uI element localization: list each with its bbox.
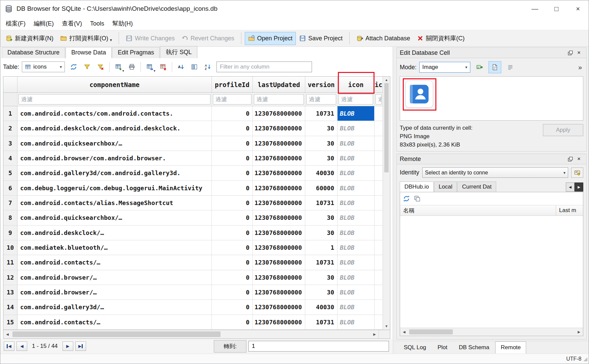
remote-horizontal-scrollbar[interactable]: ◀ ▶ (400, 328, 583, 336)
row-number[interactable]: 4 (3, 151, 17, 165)
minimize-button[interactable]: — (524, 0, 546, 17)
refresh-icon[interactable] (403, 195, 410, 202)
tab-scroll-right-icon[interactable]: ▶ (575, 183, 583, 192)
identity-select[interactable]: Select an identity to conne ▾ (422, 167, 568, 178)
cell-profileId[interactable]: 0 (212, 226, 253, 240)
apply-button[interactable]: Apply (543, 124, 583, 136)
dock-tab-plot[interactable]: Plot (432, 341, 453, 354)
toolbar-button-5[interactable]: Save Project (296, 32, 346, 45)
row-number[interactable]: 11 (3, 255, 17, 270)
more-tools-icon[interactable]: » (577, 64, 583, 71)
remote-scroll-thumb[interactable] (409, 329, 453, 334)
filter-input-icon[interactable]: 過濾 (339, 94, 373, 105)
column-header-profileId[interactable]: profileId (212, 77, 253, 93)
cell-lastUpdated[interactable]: 1230768000000 (253, 240, 305, 255)
vertical-scroll-track[interactable] (383, 82, 390, 324)
cell-componentName[interactable]: com.android.deskclock/… (17, 226, 212, 240)
close-panel-icon[interactable]: × (575, 155, 583, 163)
filter-any-column-input[interactable] (217, 62, 312, 72)
cell-version[interactable]: 30 (305, 226, 338, 240)
cell-clipped[interactable] (375, 166, 383, 180)
cell-componentName[interactable]: com.android.browser/… (17, 285, 212, 299)
cell-icon-blob[interactable]: BLOB (338, 106, 375, 121)
export-table-button[interactable]: ▾ (144, 61, 156, 73)
cell-clipped[interactable] (375, 106, 383, 121)
chevron-down-icon[interactable]: ▾ (110, 38, 112, 42)
goto-button[interactable]: 轉到: (214, 340, 246, 353)
new-record-button[interactable]: ▾ (112, 61, 124, 73)
close-button[interactable]: × (567, 0, 589, 17)
sort-asc-button[interactable]: A (175, 61, 187, 73)
cell-componentName[interactable]: com.android.gallery3d/… (17, 300, 212, 314)
cell-clipped[interactable] (375, 121, 383, 135)
row-number[interactable]: 10 (3, 240, 17, 255)
filter-button[interactable] (81, 61, 93, 73)
cell-icon-blob[interactable]: BLOB (338, 181, 375, 195)
cell-profileId[interactable]: 0 (212, 300, 253, 314)
cell-profileId[interactable]: 0 (212, 196, 253, 210)
word-wrap-button[interactable] (504, 61, 517, 73)
cell-lastUpdated[interactable]: 1230768000000 (253, 255, 305, 270)
filter-input-componentName[interactable]: 過濾 (18, 94, 210, 105)
tab-執行-sql[interactable]: 執行 SQL (160, 46, 197, 58)
tab-scroll-left-icon[interactable]: ◀ (566, 183, 575, 192)
import-certificate-button[interactable] (571, 167, 583, 178)
last-record-button[interactable]: ▶ (75, 341, 86, 351)
cell-lastUpdated[interactable]: 1230768000000 (253, 166, 305, 180)
goto-record-input[interactable] (248, 341, 389, 352)
dock-tab-db-schema[interactable]: DB Schema (454, 341, 495, 354)
cell-icon-blob[interactable]: BLOB (338, 151, 375, 165)
toolbar-button-0[interactable]: 新建資料庫(N) (2, 31, 57, 45)
filter-input-version[interactable]: 過濾 (306, 94, 336, 105)
remote-column-last-modified[interactable]: Last m (556, 205, 583, 215)
cell-profileId[interactable]: 0 (212, 166, 253, 180)
row-number[interactable]: 3 (3, 136, 17, 151)
resize-grip-icon[interactable]: ◢ (583, 356, 587, 362)
cell-icon-blob[interactable]: BLOB (338, 121, 375, 135)
horizontal-scrollbar[interactable]: ◀ ▶ (3, 330, 390, 339)
cell-icon-blob[interactable]: BLOB (338, 166, 375, 180)
column-header-clipped[interactable]: ic (375, 77, 383, 93)
cell-version[interactable]: 40030 (305, 300, 338, 314)
cell-version[interactable]: 10731 (305, 315, 338, 329)
toolbar-button-3[interactable]: Revert Changes (178, 32, 238, 45)
row-number[interactable]: 9 (3, 226, 17, 240)
float-panel-icon[interactable] (566, 155, 575, 163)
cell-componentName[interactable]: com.android.gallery3d/com.android.galler… (17, 166, 212, 180)
cell-version[interactable]: 10731 (305, 106, 338, 121)
cell-componentName[interactable]: com.android.browser/… (17, 270, 212, 285)
next-record-button[interactable]: ▶ (63, 341, 73, 351)
mode-select[interactable]: Image ▾ (419, 62, 470, 73)
cell-clipped[interactable] (375, 210, 383, 225)
scroll-up-icon[interactable]: ▲ (385, 78, 388, 82)
cell-componentName[interactable]: com.android.quicksearchbox/… (17, 210, 212, 225)
cell-version[interactable]: 40030 (305, 166, 338, 180)
row-number[interactable]: 7 (3, 196, 17, 210)
sort-az-button[interactable]: AZ (202, 61, 214, 73)
cell-clipped[interactable] (375, 300, 383, 314)
previous-record-button[interactable]: ◀ (16, 341, 27, 351)
cell-icon-blob[interactable]: BLOB (338, 255, 375, 270)
cell-componentName[interactable]: com.debug.loggerui/com.debug.loggerui.Ma… (17, 181, 212, 195)
cell-componentName[interactable]: com.android.contacts/… (17, 315, 212, 329)
clone-database-icon[interactable] (414, 195, 421, 202)
tab-database-structure[interactable]: Database Structure (2, 47, 65, 58)
cell-clipped[interactable] (375, 285, 383, 299)
menu-item-3[interactable]: Tools (86, 18, 108, 29)
cell-version[interactable]: 1 (305, 240, 338, 255)
float-panel-icon[interactable] (566, 49, 575, 57)
cell-version[interactable]: 30 (305, 285, 338, 299)
row-number[interactable]: 13 (3, 285, 17, 299)
cell-icon-blob[interactable]: BLOB (338, 210, 375, 225)
cell-componentName[interactable]: com.android.browser/com.android.browser. (17, 151, 212, 165)
toolbar-button-7[interactable]: 關閉資料庫(C) (414, 31, 468, 45)
toolbar-button-1[interactable]: 打開資料庫(O)▾ (57, 31, 115, 45)
cell-componentName[interactable]: com.android.contacts/alias.MessageShortc… (17, 196, 212, 210)
cell-profileId[interactable]: 0 (212, 181, 253, 195)
row-number[interactable]: 5 (3, 166, 17, 180)
menu-item-2[interactable]: 查看(V) (58, 17, 86, 30)
scroll-right-icon[interactable]: ▶ (575, 330, 583, 334)
cell-profileId[interactable]: 0 (212, 136, 253, 151)
filter-input-profileId[interactable]: 過濾 (213, 94, 251, 105)
cell-lastUpdated[interactable]: 1230768000000 (253, 285, 305, 299)
